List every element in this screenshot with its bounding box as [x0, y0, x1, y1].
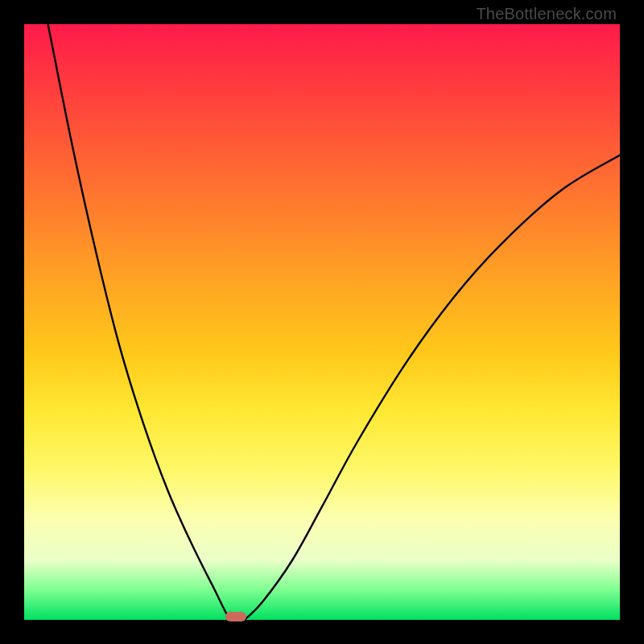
bottleneck-curve — [24, 24, 620, 620]
plot-area — [24, 24, 620, 620]
right-branch-path — [245, 155, 620, 620]
optimum-marker — [225, 612, 246, 621]
chart-frame: TheBottleneck.com — [0, 0, 644, 644]
left-branch-path — [48, 24, 233, 620]
watermark-text: TheBottleneck.com — [476, 5, 617, 23]
